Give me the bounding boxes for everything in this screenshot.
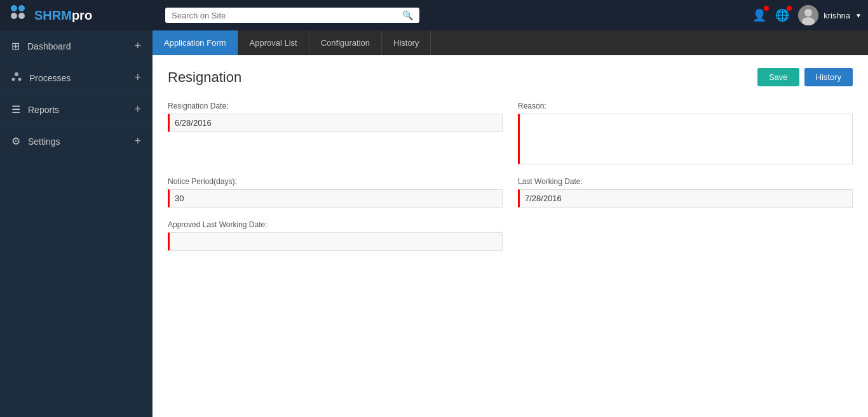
tab-approval-list[interactable]: Approval List [238,30,309,55]
page-header: Resignation Save History [168,68,853,86]
user-badge [764,6,769,11]
sidebar-item-label-processes: Processes [29,73,71,83]
logo-area: SHRMpro [6,2,159,29]
logo-icon [6,2,29,29]
sidebar-item-label-dashboard: Dashboard [27,41,71,51]
page-content: Resignation Save History Resignation Dat… [153,55,868,417]
sidebar-item-label-reports: Reports [28,105,59,115]
sidebar-item-settings[interactable]: ⚙ Settings + [0,126,153,157]
processes-plus-icon: + [134,71,141,84]
form-group-resignation-date: Resignation Date: [168,102,503,164]
reason-label: Reason: [518,102,853,110]
svg-point-8 [12,77,15,81]
processes-icon [11,72,22,84]
resignation-date-input[interactable] [168,114,503,132]
username-label: krishna [824,11,850,20]
reports-plus-icon: + [134,103,141,116]
history-button[interactable]: History [804,68,853,86]
save-button[interactable]: Save [757,68,799,86]
page-title: Resignation [168,69,241,86]
notice-period-input[interactable] [168,189,503,208]
form-row-3: Approved Last Working Date: [168,220,853,251]
form-group-approved-last-working-date: Approved Last Working Date: [168,220,503,251]
sidebar-item-processes[interactable]: Processes + [0,62,153,94]
tab-history[interactable]: History [382,30,431,55]
svg-point-0 [11,5,17,11]
search-input[interactable] [172,11,402,20]
sidebar-item-reports[interactable]: ☰ Reports + [0,94,153,126]
search-area[interactable]: 🔍 [165,8,419,23]
reports-icon: ☰ [11,103,20,116]
approved-last-working-date-label: Approved Last Working Date: [168,220,503,229]
form-group-last-working-date: Last Working Date: [518,177,853,208]
sidebar-item-dashboard[interactable]: ⊞ Dashboard + [0,30,153,62]
dashboard-icon: ⊞ [11,40,20,52]
resignation-date-label: Resignation Date: [168,102,503,110]
svg-point-7 [15,72,18,76]
header-actions: Save History [757,68,853,86]
avatar [798,5,818,25]
svg-point-5 [804,9,812,17]
search-icon: 🔍 [402,10,413,20]
dashboard-plus-icon: + [134,39,141,53]
content-area: Application Form Approval List Configura… [153,30,868,417]
user-chevron-icon: ▼ [855,12,862,19]
user-notification-icon[interactable]: 👤 [752,8,766,22]
user-area[interactable]: krishna ▼ [798,5,862,25]
globe-notification-icon[interactable]: 🌐 [775,8,789,22]
svg-point-1 [18,5,25,11]
svg-point-3 [18,13,25,19]
settings-icon: ⚙ [11,135,20,147]
svg-point-2 [11,13,17,19]
logo-text: SHRMpro [34,8,92,23]
tab-configuration[interactable]: Configuration [309,30,382,55]
globe-badge [787,6,792,11]
form-group-notice-period: Notice Period(days): [168,177,503,208]
svg-point-9 [18,77,22,81]
sidebar-item-label-settings: Settings [28,136,60,147]
main-layout: ⊞ Dashboard + Processes + ☰ R [0,30,868,417]
tabs-bar: Application Form Approval List Configura… [153,30,868,55]
reason-textarea[interactable] [518,114,853,164]
form-group-reason: Reason: [518,102,853,164]
form-row-2: Notice Period(days): Last Working Date: [168,177,853,208]
approved-last-working-date-input[interactable] [168,232,503,251]
last-working-date-input[interactable] [518,189,853,208]
sidebar: ⊞ Dashboard + Processes + ☰ R [0,30,153,417]
topbar-right: 👤 🌐 krishna ▼ [752,5,862,25]
settings-plus-icon: + [134,135,141,148]
notice-period-label: Notice Period(days): [168,177,503,186]
tab-application-form[interactable]: Application Form [153,30,238,55]
last-working-date-label: Last Working Date: [518,177,853,186]
topbar: SHRMpro 🔍 👤 🌐 krishna ▼ [0,0,868,30]
form-row-1: Resignation Date: Reason: [168,102,853,164]
